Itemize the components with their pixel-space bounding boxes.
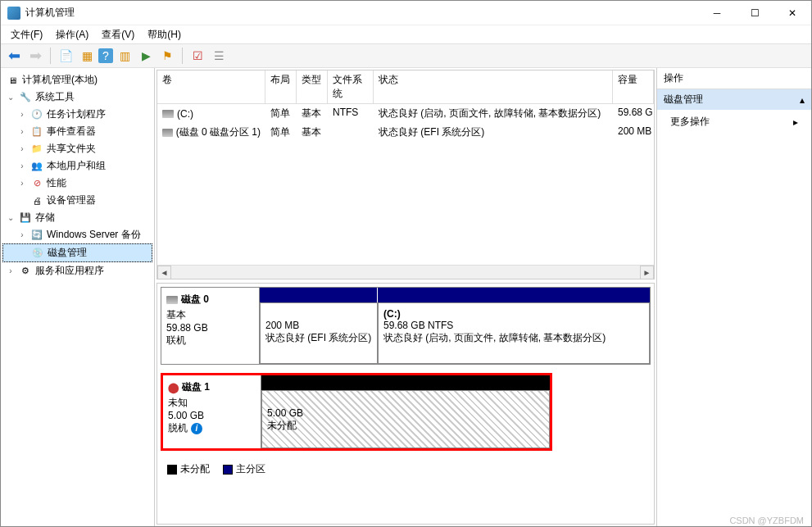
partition-efi[interactable]: 200 MB 状态良好 (EFI 系统分区): [260, 302, 378, 364]
users-icon: 👥: [30, 160, 43, 173]
partition-header-strip: [260, 288, 650, 302]
menu-help[interactable]: 帮助(H): [143, 26, 186, 43]
cell-layout: 简单: [265, 124, 297, 141]
disk-row-1[interactable]: ⬤磁盘 1 未知 5.00 GB 脱机 i 5.0: [161, 373, 552, 451]
expand-icon[interactable]: ›: [17, 144, 27, 153]
back-button[interactable]: ⬅: [4, 46, 24, 66]
storage-icon: 💾: [19, 211, 32, 225]
partition-status: 未分配: [267, 419, 544, 433]
disk-size: 59.88 GB: [166, 322, 254, 334]
tree-label: 事件查看器: [47, 125, 96, 139]
cell-fs: NTFS: [328, 105, 374, 122]
app-icon: [7, 7, 20, 20]
collapse-icon[interactable]: ⌄: [6, 213, 16, 222]
properties-button[interactable]: ☑: [188, 46, 207, 66]
more-actions[interactable]: 更多操作 ▸: [657, 110, 811, 134]
volume-table: 卷 布局 类型 文件系统 状态 容量 (C:) 简单 基本 NTFS 状态良好 …: [157, 70, 655, 279]
clock-icon: 🕐: [30, 108, 43, 121]
info-icon[interactable]: i: [191, 423, 202, 434]
table-row[interactable]: (C:) 简单 基本 NTFS 状态良好 (启动, 页面文件, 故障转储, 基本…: [157, 104, 654, 123]
partition-unallocated[interactable]: 5.00 GB 未分配: [261, 390, 550, 448]
perf-icon: ⊘: [30, 177, 43, 190]
tree-services[interactable]: › ⚙ 服务和应用程序: [2, 262, 152, 279]
menu-file[interactable]: 文件(F): [6, 26, 48, 43]
tree-system-tools[interactable]: ⌄ 🔧 系统工具: [2, 89, 152, 106]
scroll-right-icon[interactable]: ►: [640, 266, 654, 279]
expand-icon[interactable]: ›: [17, 110, 27, 119]
computer-icon: 🖥: [6, 74, 19, 87]
view-button-1[interactable]: ▦: [77, 46, 97, 66]
th-status[interactable]: 状态: [374, 70, 613, 103]
tree-root[interactable]: 🖥 计算机管理(本地): [2, 71, 152, 89]
partition-size: 5.00 GB: [267, 407, 544, 419]
expand-icon[interactable]: ›: [17, 161, 27, 170]
tree-disk-mgmt[interactable]: 💿 磁盘管理: [2, 243, 152, 262]
partition-status: 状态良好 (启动, 页面文件, 故障转储, 基本数据分区): [383, 331, 644, 345]
actions-section[interactable]: 磁盘管理 ▴: [657, 89, 811, 110]
toolbar: ⬅ ➡ 📄 ▦ ? ▥ ▶ ⚑ ☑ ☰: [1, 43, 811, 68]
tree-label: 任务计划程序: [47, 107, 106, 121]
expand-icon[interactable]: ›: [6, 266, 16, 275]
table-row[interactable]: (磁盘 0 磁盘分区 1) 简单 基本 状态良好 (EFI 系统分区) 200 …: [157, 123, 654, 142]
tree-label: 本地用户和组: [47, 159, 106, 173]
help-button[interactable]: ?: [98, 48, 113, 63]
hdd-icon: [166, 296, 178, 304]
tree-device-manager[interactable]: 🖨 设备管理器: [2, 192, 152, 209]
disk-info: ⬤磁盘 1 未知 5.00 GB 脱机 i: [163, 375, 261, 448]
scroll-left-icon[interactable]: ◄: [157, 266, 171, 279]
close-button[interactable]: ✕: [773, 1, 811, 25]
partition-c[interactable]: (C:) 59.68 GB NTFS 状态良好 (启动, 页面文件, 故障转储,…: [378, 302, 650, 364]
tree-root-label: 计算机管理(本地): [22, 73, 98, 87]
horizontal-scrollbar[interactable]: ◄ ►: [157, 265, 654, 279]
expand-icon[interactable]: ›: [17, 179, 27, 188]
up-button[interactable]: 📄: [56, 46, 75, 66]
disk-type: 基本: [166, 308, 254, 322]
minimize-button[interactable]: ─: [698, 1, 736, 25]
action-label: 更多操作: [670, 115, 710, 129]
expand-icon[interactable]: ›: [17, 127, 27, 136]
tree-task-scheduler[interactable]: › 🕐 任务计划程序: [2, 106, 152, 123]
th-fs[interactable]: 文件系统: [328, 70, 374, 103]
title-bar: 计算机管理 ─ ☐ ✕: [1, 1, 811, 25]
table-header: 卷 布局 类型 文件系统 状态 容量: [157, 70, 654, 104]
scroll-track[interactable]: [171, 266, 640, 279]
cell-volume: (磁盘 0 磁盘分区 1): [176, 125, 261, 139]
offline-icon: ⬤: [168, 382, 179, 393]
view-button-2[interactable]: ▥: [115, 46, 134, 66]
device-icon: 🖨: [30, 194, 43, 207]
cell-type: 基本: [297, 124, 328, 141]
section-label: 磁盘管理: [664, 93, 703, 107]
collapse-icon[interactable]: ⌄: [6, 93, 16, 102]
window-frame: 计算机管理 ─ ☐ ✕ 文件(F) 操作(A) 查看(V) 帮助(H) ⬅ ➡ …: [0, 0, 812, 527]
tree-local-users[interactable]: › 👥 本地用户和组: [2, 157, 152, 175]
tree-label: 磁盘管理: [48, 246, 87, 260]
tree-storage[interactable]: ⌄ 💾 存储: [2, 209, 152, 226]
tree-event-viewer[interactable]: › 📋 事件查看器: [2, 123, 152, 140]
tree-shared-folders[interactable]: › 📁 共享文件夹: [2, 140, 152, 157]
expand-icon[interactable]: ›: [17, 230, 27, 239]
th-capacity[interactable]: 容量: [613, 70, 654, 103]
tree-win-backup[interactable]: › 🔄 Windows Server 备份: [2, 226, 152, 243]
cell-status: 状态良好 (启动, 页面文件, 故障转储, 基本数据分区): [374, 105, 613, 122]
cell-type: 基本: [297, 105, 328, 122]
forward-button[interactable]: ➡: [25, 46, 45, 66]
th-volume[interactable]: 卷: [157, 70, 265, 103]
window-controls: ─ ☐ ✕: [698, 1, 811, 25]
th-layout[interactable]: 布局: [265, 70, 297, 103]
cell-capacity: 200 MB: [613, 124, 654, 141]
view-button-3[interactable]: ▶: [136, 46, 156, 66]
disk-layout-panel: 磁盘 0 基本 59.88 GB 联机 200: [157, 283, 655, 525]
partition-status: 状态良好 (EFI 系统分区): [265, 331, 372, 345]
disk-type: 未知: [168, 396, 256, 410]
tools-icon: 🔧: [19, 91, 32, 104]
disk-row-0[interactable]: 磁盘 0 基本 59.88 GB 联机 200: [161, 287, 651, 365]
refresh-button[interactable]: ⚑: [157, 46, 177, 66]
maximize-button[interactable]: ☐: [736, 1, 773, 25]
folder-icon: 📁: [30, 143, 43, 156]
menu-view[interactable]: 查看(V): [97, 26, 139, 43]
list-button[interactable]: ☰: [209, 46, 229, 66]
menu-action[interactable]: 操作(A): [51, 26, 93, 43]
tree-performance[interactable]: › ⊘ 性能: [2, 175, 152, 192]
th-type[interactable]: 类型: [297, 70, 328, 103]
services-icon: ⚙: [19, 265, 32, 278]
